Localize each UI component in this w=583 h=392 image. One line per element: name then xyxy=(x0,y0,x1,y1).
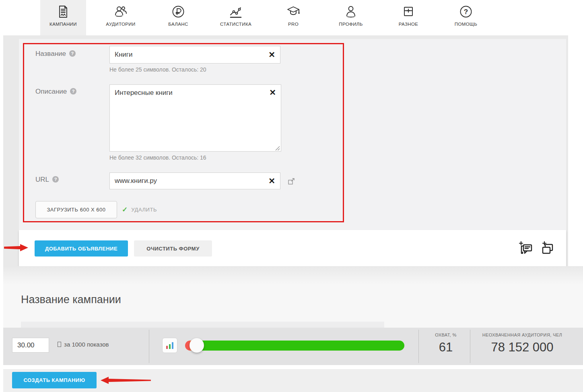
description-field-label: Описание? xyxy=(35,88,76,96)
create-campaign-zone: СОЗДАТЬ КАМПАНИЮ xyxy=(3,365,583,392)
help-icon[interactable]: ? xyxy=(52,176,59,183)
nav-label: СТАТИСТИКА xyxy=(220,22,251,27)
divider xyxy=(418,330,419,363)
slider-handle[interactable] xyxy=(190,338,204,353)
unreached-audience-value: 78 152 000 xyxy=(473,340,571,355)
nav-item-balance[interactable]: БАЛАНС xyxy=(155,0,201,35)
reach-label: ОХВАТ, % xyxy=(422,332,470,337)
external-link-icon[interactable] xyxy=(288,178,295,185)
upload-image-button[interactable]: ЗАГРУЗИТЬ 600 X 600 xyxy=(35,201,117,218)
statistics-chart-icon xyxy=(229,4,243,19)
profile-person-icon xyxy=(344,4,358,19)
annotation-arrow-create-campaign xyxy=(101,376,151,385)
form-actions-panel: ДОБАВИТЬ ОБЪЯВЛЕНИЕ ОЧИСТИТЬ ФОРМУ xyxy=(19,230,566,266)
stats-chart-button[interactable] xyxy=(162,338,177,353)
nav-label: РАЗНОЕ xyxy=(399,22,418,27)
clear-description-icon[interactable]: ✕ xyxy=(269,88,276,96)
url-input[interactable] xyxy=(109,172,280,189)
duplicate-ad-with-text-icon[interactable] xyxy=(518,240,534,257)
ruble-missing-glyph-icon xyxy=(58,342,61,347)
description-helper-text: Не более 32 символов. Осталось: 16 xyxy=(109,154,206,161)
url-input-wrap: ✕ xyxy=(109,172,280,189)
nav-label: ПОМОЩЬ xyxy=(455,22,477,27)
campaign-name-heading: Название кампании xyxy=(21,293,121,306)
reach-value: 61 xyxy=(422,340,470,355)
nav-item-misc[interactable]: РАЗНОЕ xyxy=(385,0,431,35)
name-helper-text: Не более 25 символов. Осталось: 20 xyxy=(109,66,206,73)
audiences-people-icon xyxy=(113,4,128,19)
campaigns-document-icon xyxy=(56,4,70,19)
add-ad-button[interactable]: ДОБАВИТЬ ОБЪЯВЛЕНИЕ xyxy=(35,240,128,257)
unreached-audience-stat: НЕОХВАЧЕННАЯ АУДИТОРИЯ, ЧЕЛ 78 152 000 xyxy=(473,332,571,355)
nav-label: ПРОФИЛЬ xyxy=(339,22,363,27)
name-field-label: Название? xyxy=(35,50,76,58)
help-icon[interactable]: ? xyxy=(69,50,76,57)
clear-url-icon[interactable]: ✕ xyxy=(268,177,275,185)
balance-ruble-icon xyxy=(171,4,185,19)
unreached-audience-label: НЕОХВАЧЕННАЯ АУДИТОРИЯ, ЧЕЛ xyxy=(473,332,571,337)
page-background: Название? ✕ Не более 25 символов. Остало… xyxy=(3,35,583,392)
nav-label: БАЛАНС xyxy=(168,22,188,27)
bar-chart-icon xyxy=(165,340,175,351)
delete-label: УДАЛИТЬ xyxy=(131,207,157,213)
name-input[interactable] xyxy=(109,46,280,64)
delete-image-link[interactable]: ✓ УДАЛИТЬ xyxy=(122,205,157,214)
collapsed-panel-strip xyxy=(21,322,384,328)
nav-label: КАМПАНИИ xyxy=(49,22,77,27)
top-navigation: КАМПАНИИ АУДИТОРИИ БАЛАНС СТАТИСТИКА PRO xyxy=(0,0,583,35)
nav-label: АУДИТОРИИ xyxy=(106,22,135,27)
nav-item-help[interactable]: ? ПОМОЩЬ xyxy=(443,0,489,35)
create-campaign-button[interactable]: СОЗДАТЬ КАМПАНИЮ xyxy=(12,372,97,388)
nav-item-statistics[interactable]: СТАТИСТИКА xyxy=(213,0,259,35)
duplicate-ad-icon[interactable] xyxy=(539,240,555,257)
clear-name-icon[interactable]: ✕ xyxy=(268,51,275,59)
divider xyxy=(470,330,470,363)
reach-stat: ОХВАТ, % 61 xyxy=(422,332,470,355)
description-textarea-wrap: Интересные книги ✕ xyxy=(109,84,281,152)
nav-item-campaigns[interactable]: КАМПАНИИ xyxy=(40,0,86,35)
description-textarea[interactable]: Интересные книги xyxy=(109,84,281,152)
name-input-wrap: ✕ xyxy=(109,46,280,64)
price-unit-label: за 1000 показов xyxy=(58,341,109,348)
price-input[interactable] xyxy=(12,338,49,353)
nav-item-pro[interactable]: PRO xyxy=(270,0,316,35)
ad-form-panel: Название? ✕ Не более 25 символов. Остало… xyxy=(19,39,566,230)
resize-grip-icon[interactable] xyxy=(275,145,280,150)
misc-window-plus-icon xyxy=(401,4,416,19)
clear-form-button[interactable]: ОЧИСТИТЬ ФОРМУ xyxy=(134,240,212,257)
svg-text:?: ? xyxy=(464,8,468,16)
nav-item-audiences[interactable]: АУДИТОРИИ xyxy=(98,0,144,35)
app-window: КАМПАНИИ АУДИТОРИИ БАЛАНС СТАТИСТИКА PRO xyxy=(0,0,583,392)
nav-label: PRO xyxy=(288,22,299,27)
divider xyxy=(149,330,149,363)
nav-item-profile[interactable]: ПРОФИЛЬ xyxy=(328,0,374,35)
price-range-slider[interactable] xyxy=(185,341,404,351)
check-icon: ✓ xyxy=(122,205,128,214)
url-field-label: URL? xyxy=(35,176,59,184)
campaign-settings-bar: за 1000 показов ОХВАТ, % 61 НЕОХ xyxy=(3,328,583,365)
pro-graduation-cap-icon xyxy=(286,4,301,19)
help-icon[interactable]: ? xyxy=(70,88,76,94)
help-question-icon: ? xyxy=(459,4,473,19)
